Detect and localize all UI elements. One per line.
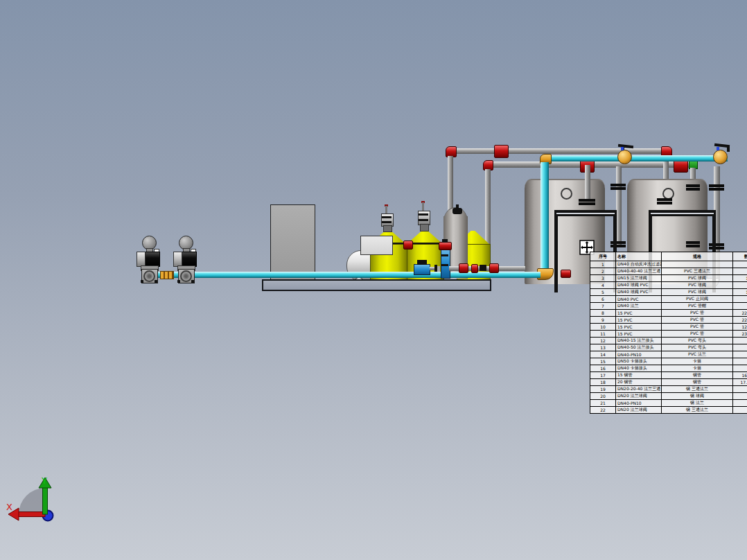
bom-cell-name: DN40 自动反冲洗过滤器-总成 [616, 261, 662, 268]
coupling [437, 266, 440, 272]
bom-cell-no: 15 [590, 358, 616, 365]
bom-cell-qty: 2 [733, 386, 747, 392]
bom-table-row: 4DN40 球阀 PVCPVC 球阀2 [590, 282, 747, 289]
bom-cell-qty: 12.3m [733, 324, 747, 330]
bom-cell-name: DN40-40-40 法兰三通 [616, 268, 662, 274]
bom-cell-spec: 钢 三通法兰 [662, 386, 733, 392]
gray-pipe-drop [616, 166, 622, 247]
valve-red[interactable] [494, 145, 509, 158]
filter-cap [452, 208, 462, 214]
mixer-mount [383, 225, 392, 232]
faucet-spout [727, 146, 730, 152]
bom-cell-spec: PVC 管 [662, 324, 733, 330]
pump-motor-top [417, 260, 427, 265]
bom-table-row: 13DN40-50 法兰接头PVC 弯头1 [590, 344, 747, 351]
bom-cell-name: 15 PVC [616, 317, 662, 323]
pump-foot [141, 280, 143, 283]
pump-shaft [430, 267, 434, 270]
bom-table-row: 2DN40-40-40 法兰三通PVC 三通法兰2 [590, 268, 747, 275]
bom-cell-name: DN40-15 法兰接头 [616, 338, 662, 344]
bom-table-row: 20DN20 法兰球阀钢 球阀4 [590, 393, 747, 400]
bom-cell-name: 15 PVC [616, 331, 662, 337]
bom-cell-name: DN40 球阀 PVC [616, 289, 662, 295]
pump-head-cap [442, 239, 448, 243]
flange [686, 241, 700, 244]
bom-header-name: 名称 [616, 252, 662, 261]
flange [709, 188, 724, 191]
bom-cell-spec: PVC 管 [662, 331, 733, 337]
transfer-pump[interactable] [414, 264, 430, 275]
tank-frame-post [554, 216, 558, 292]
bom-cell-qty: 22.2m [733, 310, 747, 316]
bom-cell-no: 19 [590, 386, 616, 392]
bom-cell-name: 15 PVC [616, 310, 662, 316]
vertical-pump[interactable] [441, 248, 450, 279]
cyan-pipe-main[interactable] [143, 272, 541, 278]
bom-cell-qty: 12 [733, 275, 747, 281]
bom-table-row: 1820 钢管钢管17.16m [590, 379, 747, 386]
bom-cell-qty: 2 [733, 351, 747, 358]
bom-table-row: 1115 PVCPVC 管23.3m [590, 331, 747, 338]
pump-head-valve[interactable] [439, 242, 452, 250]
bom-table-row: 6DN40 PVCPVC 止回阀1 [590, 296, 747, 303]
bom-table-row: 22DN20 法兰球阀钢 三通法兰1 [590, 407, 747, 413]
pump-band [441, 254, 448, 256]
motor-band [382, 221, 392, 223]
flange-pair-red [459, 263, 468, 273]
ball-valve-brass[interactable] [617, 150, 632, 164]
bom-cell-spec: 钢管 [662, 372, 733, 378]
bom-cell-name: DN40-PN10 [616, 351, 662, 358]
mixer-motor[interactable] [418, 211, 430, 225]
ball-valve-brass[interactable] [713, 150, 728, 164]
axis-y-label: Y [41, 475, 47, 486]
bom-cell-name: DN40 球阀 PVC [616, 282, 662, 288]
pipe-union-brass [160, 271, 174, 279]
bom-cell-no: 8 [590, 310, 616, 316]
bom-table-row: 14DN40-PN10PVC 法兰2 [590, 351, 747, 358]
bom-table-row: 1715 钢管钢管16.1m [590, 372, 747, 379]
bom-cell-spec: PVC 止回阀 [662, 296, 733, 302]
bom-cell-no: 18 [590, 379, 616, 385]
bom-cell-no: 3 [590, 275, 616, 281]
bom-cell-qty: 14 [733, 289, 747, 295]
bom-table-row: 3DN15 法兰球阀PVC 球阀12 [590, 275, 747, 282]
gray-pipe-upper[interactable] [454, 148, 664, 154]
bom-cell-name: DN20 法兰球阀 [616, 407, 662, 413]
bom-cell-no: 6 [590, 296, 616, 302]
bom-cell-name: DN40-50 法兰接头 [616, 344, 662, 351]
pump-band [441, 264, 448, 266]
skid-base[interactable] [262, 279, 491, 291]
pump-foot [191, 280, 194, 283]
feed-pump-1[interactable] [137, 236, 160, 283]
bom-cell-no: 11 [590, 331, 616, 337]
bom-cell-qty: 1 [733, 303, 747, 309]
gray-pipe-drop [585, 165, 590, 201]
pump-inlet-eye [180, 270, 192, 282]
flange [610, 187, 626, 190]
pump-inlet-eye [143, 270, 155, 282]
bom-cell-qty: 1 [733, 407, 747, 413]
bom-cell-spec: 卡箍 [662, 358, 733, 365]
bom-cell-no: 7 [590, 303, 616, 309]
bom-table[interactable]: 序号 名称 规格 数量 1DN40 自动反冲洗过滤器-总成12DN40-40-4… [590, 252, 747, 414]
feed-pump-2[interactable] [173, 236, 197, 283]
bom-cell-no: 5 [590, 289, 616, 295]
frame-gap [651, 213, 714, 214]
bom-cell-spec: 钢 三通法兰 [662, 407, 733, 413]
bom-cell-spec: PVC 三通法兰 [662, 268, 733, 274]
bom-cell-no: 1 [590, 261, 616, 268]
frame-gap [556, 213, 615, 214]
cad-viewport[interactable]: Y X 序号 名称 规格 数量 1DN40 自动反冲洗过滤器-总成12DN40-… [0, 0, 747, 560]
bom-cell-spec: PVC 球阀 [662, 289, 733, 295]
bom-cell-no: 9 [590, 317, 616, 323]
flange [657, 202, 672, 204]
bom-cell-spec: PVC 弯头 [662, 338, 733, 344]
bom-table-row: 1DN40 自动反冲洗过滤器-总成1 [590, 261, 747, 268]
drain-valve[interactable] [561, 270, 571, 278]
bom-table-row: 21DN40-PN10钢 法兰2 [590, 400, 747, 407]
bom-cell-no: 16 [590, 365, 616, 371]
white-panel [360, 236, 393, 255]
cyan-pipe-top[interactable] [549, 155, 728, 161]
bom-cell-spec: PVC 球阀 [662, 275, 733, 281]
flange [686, 184, 700, 187]
